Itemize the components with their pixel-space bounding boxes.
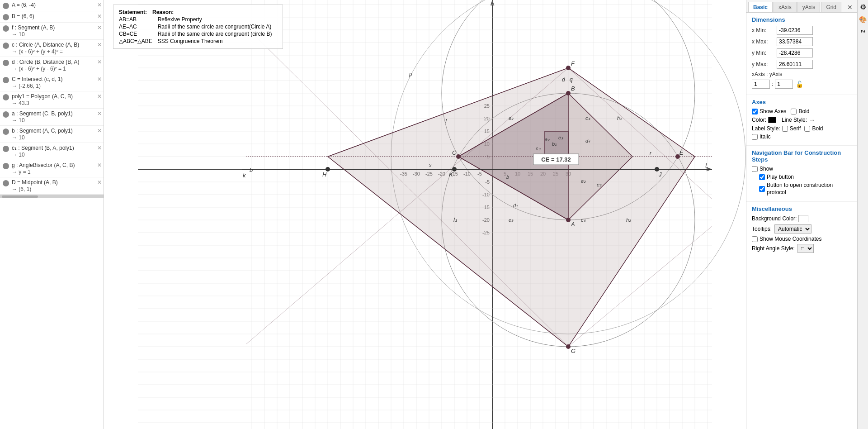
item-content: f : Segment (A, B) → 10 bbox=[12, 24, 101, 38]
label-B: B bbox=[571, 85, 575, 92]
item-close[interactable]: ✕ bbox=[97, 42, 102, 48]
item-content: a : Segment (C, B, poly1) → 10 bbox=[12, 110, 101, 124]
misc-title: Miscellaneous bbox=[752, 205, 852, 212]
point-C bbox=[456, 154, 461, 159]
item-label: C = Intersect (c, d, 1) bbox=[12, 76, 101, 82]
item-close[interactable]: ✕ bbox=[97, 2, 102, 8]
label-k: k bbox=[243, 172, 246, 179]
function-icon[interactable]: ∿ bbox=[859, 27, 867, 36]
x-min-label: x Min: bbox=[752, 27, 777, 33]
axes-title: Axes bbox=[752, 99, 852, 105]
proof-reason: Radii of the same circle are congruent(C… bbox=[158, 23, 278, 30]
bold-axes-label: Bold bbox=[798, 108, 809, 114]
x-min-input[interactable] bbox=[777, 26, 813, 35]
item-close[interactable]: ✕ bbox=[97, 145, 102, 151]
label-E: E bbox=[679, 149, 684, 156]
proof-reason: Reflexive Property bbox=[158, 16, 278, 23]
tab-grid[interactable]: Grid bbox=[821, 2, 841, 12]
item-value: → (x - 6)² + (y - 6)² = 1 bbox=[12, 66, 101, 72]
show-axes-checkbox[interactable] bbox=[752, 109, 758, 114]
show-axes-label: Show Axes bbox=[760, 108, 786, 114]
label-A: A bbox=[571, 221, 575, 228]
ratio-y-input[interactable] bbox=[775, 80, 793, 89]
item-close[interactable]: ✕ bbox=[97, 76, 102, 82]
label-K: K bbox=[449, 171, 453, 178]
bg-color-label: Background Color: bbox=[752, 215, 797, 222]
sidebar: A = (6, -4) ✕ B = (6, 6) ✕ f : Segment (… bbox=[0, 0, 104, 429]
tab-basic[interactable]: Basic bbox=[748, 2, 773, 12]
item-value: → 10 bbox=[12, 152, 101, 158]
point-F bbox=[566, 66, 571, 70]
play-button-checkbox[interactable] bbox=[759, 174, 765, 180]
item-close[interactable]: ✕ bbox=[97, 24, 102, 31]
item-dot bbox=[3, 94, 9, 100]
italic-checkbox[interactable] bbox=[752, 134, 758, 140]
sidebar-item-d: d : Circle (B, Distance (B, A) → (x - 6)… bbox=[0, 57, 104, 74]
mouse-coords-checkbox[interactable] bbox=[752, 236, 758, 242]
lock-icon[interactable]: 🔓 bbox=[796, 81, 803, 88]
item-dot bbox=[3, 43, 9, 49]
proof-row: △ABC=△ABESSS Congruence Theorem bbox=[119, 38, 277, 45]
label-H: H bbox=[322, 171, 327, 178]
item-label: g : AngleBisector (A, C, B) bbox=[12, 162, 101, 168]
ce-tooltip-text: CE = 17.32 bbox=[541, 156, 571, 163]
item-dot bbox=[3, 163, 9, 169]
item-close[interactable]: ✕ bbox=[97, 59, 102, 65]
proof-reason: SSS Congruence Theorem bbox=[158, 38, 278, 45]
item-close[interactable]: ✕ bbox=[97, 13, 102, 19]
sidebar-item-c: c : Circle (A, Distance (A, B) → (x - 6)… bbox=[0, 40, 104, 57]
geometry-canvas[interactable]: // Draw grid programmatically after bbox=[104, 0, 746, 429]
item-content: g : AngleBisector (A, C, B) → y = 1 bbox=[12, 162, 101, 175]
mouse-coords-label: Show Mouse Coordinates bbox=[760, 236, 821, 242]
item-dot bbox=[3, 3, 9, 9]
sidebar-item-C: C = Intersect (c, d, 1) → (-2.66, 1) ✕ bbox=[0, 74, 104, 91]
sidebar-item-f: f : Segment (A, B) → 10 ✕ bbox=[0, 23, 104, 40]
item-label: poly1 = Polygon (A, C, B) bbox=[12, 93, 101, 100]
right-panel: ⚙ 🎨 ∿ Basic xAxis yAxis Grid ✕ Dimension… bbox=[746, 0, 868, 429]
tooltips-select[interactable]: Automatic bbox=[774, 224, 811, 234]
item-close[interactable]: ✕ bbox=[97, 179, 102, 186]
point-A bbox=[566, 218, 571, 222]
sidebar-item-A: A = (6, -4) ✕ bbox=[0, 0, 104, 11]
item-dot bbox=[3, 14, 9, 20]
right-angle-select[interactable]: □ bbox=[797, 244, 814, 253]
play-button-label: Play button bbox=[767, 174, 794, 180]
label-e2-lower: e₂ bbox=[581, 178, 586, 184]
style-icon[interactable]: 🎨 bbox=[859, 16, 867, 23]
label-c5: c₅ bbox=[581, 217, 586, 223]
item-content: c₁ : Segment (B, A, poly1) → 10 bbox=[12, 145, 101, 158]
misc-section: Miscellaneous Background Color: Tooltips… bbox=[746, 202, 857, 259]
show-nav-checkbox[interactable] bbox=[752, 166, 758, 172]
item-close[interactable]: ✕ bbox=[97, 162, 102, 168]
line-style-arrow[interactable]: → bbox=[809, 116, 815, 124]
bg-color-swatch[interactable] bbox=[798, 215, 808, 222]
item-label: A = (6, -4) bbox=[12, 2, 101, 8]
ratio-x-input[interactable] bbox=[752, 80, 770, 89]
label-G: G bbox=[571, 348, 576, 354]
open-protocol-checkbox[interactable] bbox=[759, 186, 765, 192]
panel-close-button[interactable]: ✕ bbox=[844, 4, 855, 11]
item-close[interactable]: ✕ bbox=[97, 110, 102, 117]
x-max-input[interactable] bbox=[777, 37, 813, 46]
settings-icon[interactable]: ⚙ bbox=[860, 3, 866, 11]
open-protocol-label: Button to open construction protocol bbox=[767, 182, 847, 196]
tab-xaxis[interactable]: xAxis bbox=[774, 2, 797, 12]
item-dot bbox=[3, 146, 9, 152]
y-max-input[interactable] bbox=[777, 60, 813, 69]
serif-checkbox[interactable] bbox=[782, 126, 788, 132]
y-min-input[interactable] bbox=[777, 48, 813, 57]
item-label: c : Circle (A, Distance (A, B) bbox=[12, 42, 101, 48]
bold2-checkbox[interactable] bbox=[804, 126, 810, 132]
item-content: B = (6, 6) bbox=[12, 13, 101, 19]
item-label: c₁ : Segment (B, A, poly1) bbox=[12, 145, 101, 151]
item-value: → 10 bbox=[12, 31, 101, 38]
proof-row: CB=CERadii of the same circle are congru… bbox=[119, 30, 277, 38]
item-close[interactable]: ✕ bbox=[97, 128, 102, 134]
canvas-area[interactable]: Statement: Reason: AB=ABReflexive Proper… bbox=[104, 0, 746, 429]
color-swatch[interactable] bbox=[768, 117, 776, 123]
item-label: d : Circle (B, Distance (B, A) bbox=[12, 59, 101, 65]
bold-axes-checkbox[interactable] bbox=[791, 109, 797, 114]
tab-yaxis[interactable]: yAxis bbox=[797, 2, 821, 12]
label-a2: a₂ bbox=[545, 137, 550, 142]
item-close[interactable]: ✕ bbox=[97, 93, 102, 100]
